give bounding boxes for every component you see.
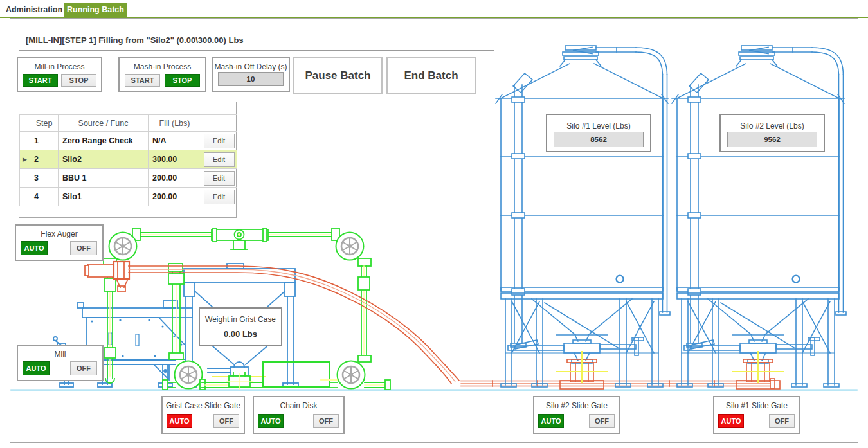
tab-administration[interactable]: Administration xyxy=(5,3,63,17)
mash-in-off-delay-value[interactable]: 10 xyxy=(218,72,284,86)
row-selector-cell xyxy=(20,169,30,188)
mash-in-process-panel: Mash-in Process START STOP xyxy=(118,57,206,92)
mash-in-stop-button[interactable]: STOP xyxy=(165,74,200,87)
grist-case-slide-gate-auto-button[interactable]: AUTO xyxy=(167,414,192,428)
edit-step-button[interactable]: Edit xyxy=(204,190,235,204)
chain-disk-off-button[interactable]: OFF xyxy=(313,414,339,428)
silo-2-drawing xyxy=(672,46,846,389)
row-selector-cell xyxy=(20,132,30,150)
silo2-slide-gate-title: Silo #2 Slide Gate xyxy=(534,401,619,410)
mash-in-start-button[interactable]: START xyxy=(125,74,160,87)
grist-case-slide-gate-panel: Grist Case Slide Gate AUTO OFF xyxy=(161,396,245,434)
mill-title: Mill xyxy=(18,350,102,359)
source-cell: Silo2 xyxy=(59,150,149,169)
floor-auger-pipe xyxy=(461,379,775,388)
mill-off-button[interactable]: OFF xyxy=(70,361,97,375)
edit-column-header xyxy=(201,115,237,132)
silo1-slide-gate-off-button[interactable]: OFF xyxy=(769,414,795,428)
row-selector-cell: ▶ xyxy=(20,150,30,169)
source-cell: Zero Range Check xyxy=(59,132,149,150)
step-cell: 4 xyxy=(30,188,59,206)
edit-step-button[interactable]: Edit xyxy=(204,152,235,167)
step-column-header: Step xyxy=(30,115,59,132)
weight-in-grist-case-value: 0.00 Lbs xyxy=(200,329,281,339)
table-row[interactable]: 3 BBU 1 200.00 Edit xyxy=(20,169,237,188)
fill-column-header: Fill (Lbs) xyxy=(149,115,201,132)
mill-in-stop-button[interactable]: STOP xyxy=(61,74,96,87)
weight-in-grist-case-readout: Weight in Grist Case 0.00 Lbs xyxy=(199,307,282,346)
silo1-slide-gate-panel: Silo #1 Slide Gate AUTO OFF xyxy=(713,396,800,434)
edit-step-button[interactable]: Edit xyxy=(204,171,235,186)
grist-case-slide-gate-title: Grist Case Slide Gate xyxy=(163,401,244,410)
flex-auger-off-button[interactable]: OFF xyxy=(70,241,97,255)
chain-disk-title: Chain Disk xyxy=(254,401,343,410)
silo1-slide-gate-title: Silo #1 Slide Gate xyxy=(714,401,799,410)
pause-batch-button[interactable]: Pause Batch xyxy=(293,57,383,94)
fill-cell: N/A xyxy=(149,132,201,150)
mill-in-process-panel: Mill-in Process START STOP xyxy=(17,57,102,92)
selector-column-header xyxy=(20,115,30,132)
mill-panel: Mill AUTO OFF xyxy=(17,345,104,381)
end-batch-button[interactable]: End Batch xyxy=(386,57,476,94)
table-header-row: Step Source / Func Fill (Lbs) xyxy=(20,115,237,132)
mill-in-start-button[interactable]: START xyxy=(23,74,58,87)
flex-auger-auto-button[interactable]: AUTO xyxy=(21,241,48,255)
mill-in-process-title: Mill-in Process xyxy=(18,62,101,71)
silo-1-drawing xyxy=(496,46,670,389)
source-cell: Silo1 xyxy=(59,188,149,206)
batch-steps-table: Step Source / Func Fill (Lbs) 1 Zero Ran… xyxy=(19,102,237,218)
silo2-slide-gate-off-button[interactable]: OFF xyxy=(589,414,615,428)
mash-in-process-title: Mash-in Process xyxy=(120,62,205,71)
silo1-level-title: Silo #1 Level (Lbs) xyxy=(547,121,650,130)
row-selector-cell xyxy=(20,188,30,206)
fill-cell: 300.00 xyxy=(149,150,201,169)
fill-cell: 200.00 xyxy=(149,169,201,188)
flex-auger-title: Flex Auger xyxy=(16,229,102,238)
silo1-level-readout: Silo #1 Level (Lbs) 8562 xyxy=(546,114,651,152)
source-column-header: Source / Func xyxy=(59,115,149,132)
content-area: [MILL-IN][STEP 1] Filling from "Silo2" (… xyxy=(10,18,858,443)
flex-auger-panel: Flex Auger AUTO OFF xyxy=(15,224,104,261)
step-cell: 3 xyxy=(30,169,59,188)
mash-in-off-delay-title: Mash-in Off Delay (s) xyxy=(213,62,289,71)
silo2-slide-gate-panel: Silo #2 Slide Gate AUTO OFF xyxy=(533,396,620,434)
silo2-level-readout: Silo #2 Level (Lbs) 9562 xyxy=(719,114,825,152)
step-cell: 1 xyxy=(30,132,59,150)
silo2-slide-gate-auto-button[interactable]: AUTO xyxy=(538,414,564,428)
step-cell: 2 xyxy=(30,150,59,169)
source-cell: BBU 1 xyxy=(59,169,149,188)
silo1-slide-gate-auto-button[interactable]: AUTO xyxy=(718,414,744,428)
silo1-level-value: 8562 xyxy=(554,132,644,147)
chain-disk-panel: Chain Disk AUTO OFF xyxy=(253,396,345,434)
batch-status-message: [MILL-IN][STEP 1] Filling from "Silo2" (… xyxy=(19,30,494,51)
chain-disk-auto-button[interactable]: AUTO xyxy=(258,414,284,428)
weight-in-grist-case-title: Weight in Grist Case xyxy=(200,315,281,324)
mill-auto-button[interactable]: AUTO xyxy=(23,361,50,375)
silo2-level-title: Silo #2 Level (Lbs) xyxy=(721,121,824,130)
silo2-level-value: 9562 xyxy=(727,132,817,147)
edit-step-button[interactable]: Edit xyxy=(204,134,235,148)
mash-in-off-delay-panel: Mash-in Off Delay (s) 10 xyxy=(212,57,290,92)
tab-running-batch[interactable]: Running Batch xyxy=(64,3,127,17)
fill-cell: 200.00 xyxy=(149,188,201,206)
table-row[interactable]: 4 Silo1 200.00 Edit xyxy=(20,188,237,206)
table-row[interactable]: 1 Zero Range Check N/A Edit xyxy=(20,132,237,150)
running-batch-screen: Administration Running Batch xyxy=(0,0,868,448)
grist-case-slide-gate-off-button[interactable]: OFF xyxy=(213,414,239,428)
table-row[interactable]: ▶ 2 Silo2 300.00 Edit xyxy=(20,150,237,169)
